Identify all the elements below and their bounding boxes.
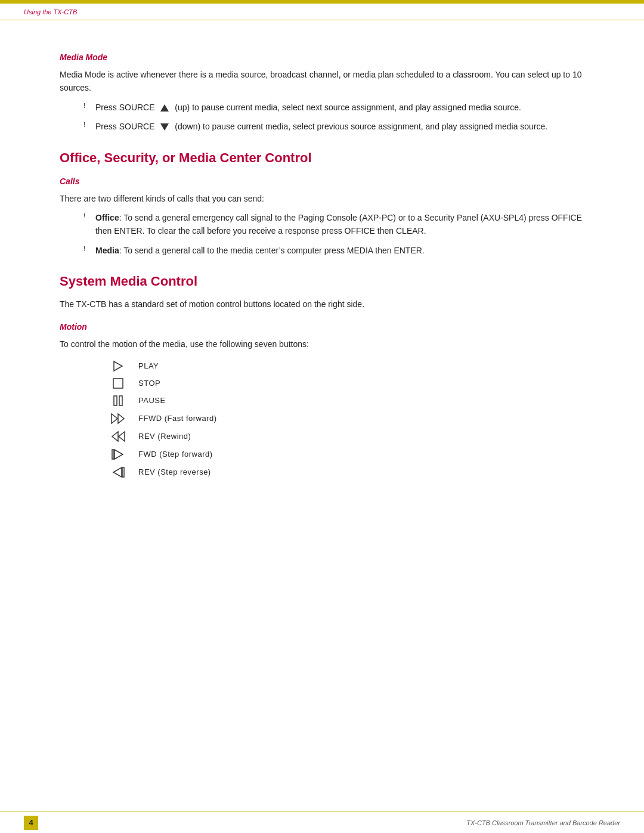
rev-rewind-icon [107,431,129,442]
media-text: : To send a general call to the media ce… [119,246,425,255]
svg-marker-0 [114,361,122,371]
motion-row-fwd-step: FWD (Step forward) [107,448,584,460]
play-icon [107,360,129,372]
motion-row-pause: PAUSE [107,395,584,407]
ffwd-label: FFWD (Fast forward) [138,414,217,423]
rev-step-icon [107,466,129,478]
pause-label: PAUSE [138,396,166,405]
fwd-step-label: FWD (Step forward) [138,450,213,459]
calls-bullets: Office: To send a general emergency call… [60,211,584,257]
triangle-down-icon [160,123,169,131]
list-item: Office: To send a general emergency call… [83,211,584,238]
system-media-body: The TX-CTB has a standard set of motion … [60,298,584,311]
bullet2-suffix: (down) to pause current media, select pr… [175,122,547,131]
motion-heading: Motion [60,322,584,332]
svg-marker-11 [113,467,122,477]
office-text: : To send a general emergency call signa… [95,213,582,236]
svg-rect-8 [112,450,114,459]
motion-row-play: PLAY [107,360,584,372]
office-section-heading: Office, Security, or Media Center Contro… [60,150,584,166]
svg-marker-9 [114,450,123,459]
svg-marker-7 [112,432,118,441]
list-item: Press SOURCE (up) to pause current media… [83,101,584,114]
office-bold: Office [95,213,119,222]
rev-rewind-label: REV (Rewind) [138,432,191,441]
svg-marker-5 [118,414,124,423]
pause-icon [107,395,129,407]
calls-body: There are two different kinds of calls t… [60,192,584,205]
media-mode-heading: Media Mode [60,52,584,62]
footer-title: TX-CTB Classroom Transmitter and Barcode… [466,819,620,826]
motion-row-ffwd: FFWD (Fast forward) [107,413,584,425]
page-number: 4 [24,816,38,830]
rev-step-label: REV (Step reverse) [138,467,211,476]
svg-rect-1 [113,379,123,388]
motion-row-rev-rewind: REV (Rewind) [107,431,584,442]
motion-body: To control the motion of the media, use … [60,337,584,351]
list-item: Media: To send a general call to the med… [83,244,584,257]
svg-rect-10 [122,467,124,477]
ffwd-icon [107,413,129,425]
bullet1-suffix: (up) to pause current media, select next… [175,103,521,112]
bullet2-prefix: Press SOURCE [95,122,155,131]
header-label: Using the TX-CTB [24,8,77,16]
media-bold: Media [95,246,119,255]
footer: 4 TX-CTB Classroom Transmitter and Barco… [0,812,644,833]
media-mode-bullets: Press SOURCE (up) to pause current media… [60,101,584,134]
motion-row-stop: STOP [107,378,584,389]
svg-rect-3 [119,396,122,405]
media-mode-body: Media Mode is active whenever there is a… [60,68,584,95]
motion-controls-table: PLAY STOP PAUSE [107,360,584,478]
triangle-up-icon [160,104,169,112]
play-label: PLAY [138,361,159,370]
calls-heading: Calls [60,176,584,186]
fwd-step-icon [107,448,129,460]
bullet1-prefix: Press SOURCE [95,103,155,112]
stop-label: STOP [138,379,160,388]
motion-row-rev-step: REV (Step reverse) [107,466,584,478]
svg-marker-4 [112,414,117,423]
svg-marker-6 [119,432,125,441]
svg-rect-2 [114,396,117,405]
header-strip: Using the TX-CTB [0,4,644,20]
content-area: Media Mode Media Mode is active whenever… [24,30,620,803]
list-item: Press SOURCE (down) to pause current med… [83,120,584,133]
system-media-heading: System Media Control [60,274,584,289]
stop-icon [107,378,129,389]
